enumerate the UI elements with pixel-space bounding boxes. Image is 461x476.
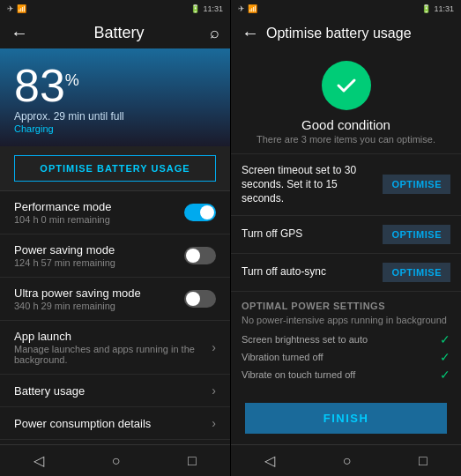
app-launch-sub: Manage launches and apps running in the … (14, 344, 212, 365)
performance-mode-item[interactable]: Performance mode 104 h 0 min remaining (0, 191, 230, 234)
left-nav-recents[interactable]: □ (188, 453, 197, 469)
performance-mode-toggle[interactable] (184, 204, 216, 221)
battery-usage-chevron: › (212, 383, 216, 398)
optimal-item-brightness: Screen brightness set to auto ✓ (242, 331, 450, 348)
battery-percent-display: 83% (14, 63, 216, 108)
optimise-gps-item: Turn off GPS OPTIMISE (231, 216, 461, 254)
checkmark-icon (333, 72, 360, 99)
optimal-brightness-text: Screen brightness set to auto (242, 334, 368, 345)
ultra-power-saving-item[interactable]: Ultra power saving mode 340 h 29 min rem… (0, 278, 230, 321)
battery-usage-item[interactable]: Battery usage › (0, 375, 230, 407)
right-nav-back[interactable]: ◁ (264, 452, 275, 469)
menu-list: Performance mode 104 h 0 min remaining P… (0, 191, 230, 444)
optimal-item-vibrate-touch: Vibrate on touch turned off ✓ (242, 366, 450, 383)
optimise-screen-timeout-button[interactable]: OPTIMISE (383, 175, 450, 194)
left-page-title: Battery (93, 24, 144, 42)
left-status-icons: ✈ 📶 (7, 4, 26, 13)
power-saving-content: Power saving mode 124 h 57 min remaining (14, 243, 184, 268)
right-nav-bar: ◁ ○ □ (231, 444, 461, 476)
power-consumption-chevron: › (212, 416, 216, 430)
power-saving-right (184, 247, 216, 264)
left-nav-home[interactable]: ○ (112, 453, 121, 469)
right-status-left: ✈ 📶 (238, 4, 257, 13)
optimal-section-sub: No power-intensive apps running in backg… (242, 315, 450, 325)
optimise-screen-timeout-text: Screen timeout set to 30 seconds. Set it… (242, 163, 383, 206)
performance-mode-sub: 104 h 0 min remaining (14, 214, 184, 225)
right-nav-recents[interactable]: □ (419, 453, 428, 469)
battery-usage-content: Battery usage (14, 384, 212, 398)
good-condition-section: Good condition There are 3 more items yo… (231, 48, 461, 154)
right-top-bar: ← Optimise battery usage (231, 18, 461, 48)
battery-hero: 83% Approx. 29 min until full Charging (0, 48, 230, 146)
power-consumption-item[interactable]: Power consumption details › (0, 407, 230, 440)
right-page-title: Optimise battery usage (266, 26, 412, 41)
ultra-power-saving-right (184, 290, 216, 308)
left-status-time: 11:31 (203, 4, 223, 13)
optimise-gps-text: Turn off GPS (242, 227, 383, 241)
optimise-autosync-button[interactable]: OPTIMISE (383, 263, 450, 282)
ultra-power-saving-title: Ultra power saving mode (14, 286, 184, 300)
optimise-battery-button[interactable]: OPTIMISE BATTERY USAGE (14, 155, 216, 182)
optimise-autosync-item: Turn off auto-sync OPTIMISE (231, 254, 461, 292)
right-status-battery: 🔋 (421, 4, 431, 13)
finish-btn-wrap: FINISH (231, 392, 461, 444)
right-status-bar: ✈ 📶 🔋 11:31 (231, 0, 461, 18)
power-consumption-right: › (212, 416, 216, 430)
optimise-btn-wrap: OPTIMISE BATTERY USAGE (0, 146, 230, 191)
battery-usage-right: › (212, 383, 216, 398)
optimise-gps-button[interactable]: OPTIMISE (383, 225, 450, 244)
right-status-time: 11:31 (434, 4, 454, 13)
power-saving-title: Power saving mode (14, 243, 184, 257)
left-nav-bar: ◁ ○ □ (0, 444, 230, 476)
power-consumption-title: Power consumption details (14, 417, 212, 430)
app-launch-title: App launch (14, 330, 212, 343)
optimal-brightness-check: ✓ (440, 332, 450, 346)
optimal-vibrate-touch-text: Vibrate on touch turned off (242, 369, 355, 380)
left-status-left: ✈ 📶 (7, 4, 26, 13)
optimise-items-list: Screen timeout set to 30 seconds. Set it… (231, 154, 461, 292)
right-nav-home[interactable]: ○ (343, 453, 352, 469)
battery-usage-title: Battery usage (14, 384, 212, 398)
right-back-button[interactable]: ← (242, 23, 259, 43)
right-panel: ✈ 📶 🔋 11:31 ← Optimise battery usage Goo… (230, 0, 461, 476)
optimal-section-title: OPTIMAL POWER SETTINGS (242, 301, 450, 311)
app-launch-chevron: › (212, 340, 216, 354)
left-status-battery: 🔋 (190, 4, 200, 13)
app-launch-content: App launch Manage launches and apps runn… (14, 330, 212, 365)
left-status-right: 🔋 11:31 (190, 4, 223, 13)
optimal-item-vibration: Vibration turned off ✓ (242, 348, 450, 366)
ultra-power-saving-sub: 340 h 29 min remaining (14, 301, 184, 311)
left-nav-back[interactable]: ◁ (33, 452, 44, 469)
performance-mode-right (184, 204, 216, 221)
optimal-vibration-check: ✓ (440, 350, 450, 364)
app-launch-item[interactable]: App launch Manage launches and apps runn… (0, 321, 230, 375)
finish-button[interactable]: FINISH (245, 403, 447, 434)
battery-charging-text: Charging (14, 123, 216, 134)
left-panel: ✈ 📶 🔋 11:31 ← Battery ⌕ 83% Approx. 29 m… (0, 0, 230, 476)
battery-approx-text: Approx. 29 min until full (14, 110, 216, 123)
left-status-bar: ✈ 📶 🔋 11:31 (0, 0, 230, 18)
optimal-vibrate-touch-check: ✓ (440, 368, 450, 382)
right-status-icons: ✈ 📶 (238, 4, 257, 13)
optimise-screen-timeout-item: Screen timeout set to 30 seconds. Set it… (231, 154, 461, 216)
right-status-right: 🔋 11:31 (421, 4, 454, 13)
power-saving-sub: 124 h 57 min remaining (14, 257, 184, 268)
good-condition-sub: There are 3 more items you can optimise. (257, 134, 435, 145)
left-top-bar: ← Battery ⌕ (0, 18, 230, 48)
optimise-autosync-text: Turn off auto-sync (242, 264, 383, 279)
good-condition-title: Good condition (301, 117, 390, 132)
ultra-power-saving-content: Ultra power saving mode 340 h 29 min rem… (14, 286, 184, 311)
search-icon[interactable]: ⌕ (210, 24, 219, 42)
ultra-power-saving-toggle[interactable] (184, 290, 216, 308)
power-saving-mode-item[interactable]: Power saving mode 124 h 57 min remaining (0, 234, 230, 278)
performance-mode-content: Performance mode 104 h 0 min remaining (14, 200, 184, 225)
app-launch-right: › (212, 340, 216, 354)
power-saving-toggle[interactable] (184, 247, 216, 264)
good-condition-icon (322, 61, 371, 110)
optimal-section: OPTIMAL POWER SETTINGS No power-intensiv… (231, 292, 461, 389)
left-back-button[interactable]: ← (11, 23, 28, 43)
optimal-vibration-text: Vibration turned off (242, 352, 323, 362)
power-consumption-content: Power consumption details (14, 417, 212, 430)
performance-mode-title: Performance mode (14, 200, 184, 213)
